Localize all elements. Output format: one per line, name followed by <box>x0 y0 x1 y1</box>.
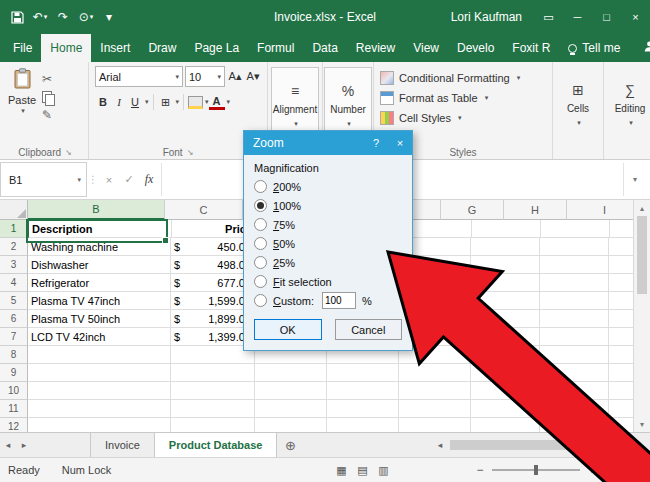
cell-G7[interactable] <box>471 328 540 346</box>
redo-icon[interactable]: ↷ <box>53 6 73 28</box>
radio-fit-selection[interactable] <box>254 275 267 288</box>
custom-zoom-input[interactable] <box>322 292 356 309</box>
ribbon-tab-formul[interactable]: Formul <box>248 34 303 62</box>
cell-B5[interactable]: Plasma TV 47inch <box>28 292 171 310</box>
zoom-option-custom[interactable]: Custom:% <box>254 291 402 310</box>
cell-G2[interactable] <box>471 238 540 256</box>
cell-H11[interactable] <box>540 400 609 418</box>
ribbon-tab-insert[interactable]: Insert <box>91 34 139 62</box>
ribbon-tab-file[interactable]: File <box>4 34 41 62</box>
font-family-combo[interactable]: Arial ▾ <box>95 66 183 87</box>
sheet-scroll-right-icon[interactable]: ▸ <box>16 433 32 457</box>
format-painter-icon[interactable]: ✎ <box>42 107 52 122</box>
cell-H8[interactable] <box>540 346 609 364</box>
cell-I9[interactable] <box>609 364 633 382</box>
cancel-button[interactable]: Cancel <box>335 319 403 340</box>
column-header-b[interactable]: B <box>28 200 165 220</box>
zoom-option-75[interactable]: 75% <box>254 215 402 234</box>
cell-B10[interactable] <box>28 382 171 400</box>
cell-B12[interactable] <box>28 418 171 432</box>
scroll-right-icon[interactable]: ▸ <box>631 440 647 450</box>
cell-B1[interactable]: Description <box>29 220 172 238</box>
paste-button[interactable]: Paste ▾ <box>2 65 42 159</box>
editing-button[interactable]: ∑ Editing ▾ <box>607 67 650 141</box>
cancel-formula-icon[interactable]: × <box>99 163 119 196</box>
ribbon-tab-review[interactable]: Review <box>347 34 404 62</box>
zoom-out-icon[interactable]: − <box>472 463 488 477</box>
borders-dropdown-icon[interactable]: ▾ <box>176 98 180 106</box>
normal-view-icon[interactable]: ▦ <box>331 460 352 480</box>
dialog-close-icon[interactable]: × <box>388 131 412 155</box>
cell-I1[interactable] <box>610 220 633 238</box>
cell-C10[interactable] <box>171 382 255 400</box>
cell-G12[interactable] <box>471 418 540 432</box>
user-name[interactable]: Lori Kaufman <box>451 10 522 24</box>
cell-I8[interactable] <box>609 346 633 364</box>
row-header-1[interactable]: 1 <box>0 220 29 238</box>
cell-I12[interactable] <box>609 418 633 432</box>
conditional-formatting-button[interactable]: Conditional Formatting ▾ <box>380 68 552 88</box>
cell-F11[interactable] <box>399 400 471 418</box>
bold-button[interactable]: B <box>95 93 111 111</box>
cell-H10[interactable] <box>540 382 609 400</box>
font-dialog-launcher-icon[interactable]: ↘ <box>187 148 194 157</box>
cell-I5[interactable] <box>609 292 633 310</box>
cell-I10[interactable] <box>609 382 633 400</box>
cell-H2[interactable] <box>540 238 609 256</box>
row-header-4[interactable]: 4 <box>0 274 28 292</box>
row-header-10[interactable]: 10 <box>0 382 28 400</box>
ribbon-tab-foxit-r[interactable]: Foxit R <box>503 34 559 62</box>
row-header-7[interactable]: 7 <box>0 328 28 346</box>
ribbon-tab-draw[interactable]: Draw <box>139 34 185 62</box>
cell-C9[interactable] <box>171 364 255 382</box>
sheet-tab-invoice[interactable]: Invoice <box>90 433 155 457</box>
column-header-c[interactable]: C <box>165 200 243 220</box>
dialog-help-icon[interactable]: ? <box>364 131 388 155</box>
row-header-9[interactable]: 9 <box>0 364 28 382</box>
ok-button[interactable]: OK <box>254 319 322 340</box>
format-as-table-button[interactable]: Format as Table ▾ <box>380 88 552 108</box>
cell-D9[interactable] <box>255 364 327 382</box>
zoom-option-200[interactable]: 200% <box>254 177 402 196</box>
zoom-dialog-titlebar[interactable]: Zoom ? × <box>244 131 412 155</box>
ribbon-tab-view[interactable]: View <box>404 34 448 62</box>
touch-mode-button[interactable]: ⊙▾ <box>76 6 96 28</box>
cell-G10[interactable] <box>471 382 540 400</box>
cell-G8[interactable] <box>471 346 540 364</box>
cell-G3[interactable] <box>471 256 540 274</box>
cell-B6[interactable]: Plasma TV 50inch <box>28 310 171 328</box>
row-header-5[interactable]: 5 <box>0 292 28 310</box>
cell-H3[interactable] <box>540 256 609 274</box>
italic-button[interactable]: I <box>111 93 127 111</box>
cell-I7[interactable] <box>609 328 633 346</box>
column-header-i[interactable]: I <box>567 200 633 220</box>
cell-E10[interactable] <box>327 382 399 400</box>
name-box-dropdown-icon[interactable]: ▾ <box>77 176 81 184</box>
cell-B9[interactable] <box>28 364 171 382</box>
zoom-option-100[interactable]: 100% <box>254 196 402 215</box>
row-header-6[interactable]: 6 <box>0 310 28 328</box>
cell-D11[interactable] <box>255 400 327 418</box>
cell-H4[interactable] <box>540 274 609 292</box>
zoom-option-50[interactable]: 50% <box>254 234 402 253</box>
row-header-12[interactable]: 12 <box>0 418 28 432</box>
cell-B3[interactable]: Dishwasher <box>28 256 171 274</box>
cell-G4[interactable] <box>471 274 540 292</box>
font-size-combo[interactable]: 10 ▾ <box>185 66 225 87</box>
scroll-left-icon[interactable]: ◂ <box>432 440 448 450</box>
touch-mode-dropdown-icon[interactable]: ▾ <box>90 13 94 21</box>
radio-200[interactable] <box>254 180 267 193</box>
cell-I11[interactable] <box>609 400 633 418</box>
column-header-h[interactable]: H <box>504 200 567 220</box>
cell-styles-button[interactable]: Cell Styles ▾ <box>380 108 552 128</box>
cell-C11[interactable] <box>171 400 255 418</box>
zoom-slider-thumb[interactable] <box>534 465 538 475</box>
minimize-icon[interactable]: ─ <box>563 0 592 34</box>
cell-D10[interactable] <box>255 382 327 400</box>
underline-dropdown-icon[interactable]: ▾ <box>145 98 149 106</box>
cell-C12[interactable] <box>171 418 255 432</box>
borders-icon[interactable]: ⊞ <box>158 93 174 111</box>
cell-H9[interactable] <box>540 364 609 382</box>
zoom-percentage[interactable]: 100% <box>610 464 642 476</box>
cell-B4[interactable]: Refrigerator <box>28 274 171 292</box>
